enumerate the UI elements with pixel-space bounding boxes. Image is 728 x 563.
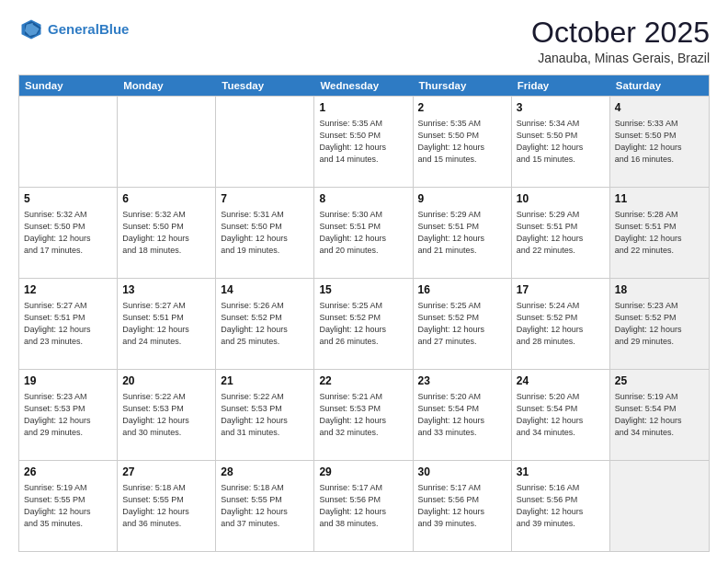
day-cell-16: 16Sunrise: 5:25 AM Sunset: 5:52 PM Dayli… bbox=[414, 279, 512, 369]
calendar-row-1: 5Sunrise: 5:32 AM Sunset: 5:50 PM Daylig… bbox=[19, 187, 709, 278]
day-info-11: Sunrise: 5:28 AM Sunset: 5:51 PM Dayligh… bbox=[615, 209, 704, 257]
day-cell-5: 5Sunrise: 5:32 AM Sunset: 5:50 PM Daylig… bbox=[19, 188, 118, 278]
day-number-16: 16 bbox=[418, 282, 506, 298]
day-info-27: Sunrise: 5:18 AM Sunset: 5:55 PM Dayligh… bbox=[122, 482, 210, 530]
day-number-25: 25 bbox=[615, 373, 704, 389]
day-cell-12: 12Sunrise: 5:27 AM Sunset: 5:51 PM Dayli… bbox=[19, 279, 118, 369]
empty-cell-4-6 bbox=[610, 461, 709, 551]
day-info-5: Sunrise: 5:32 AM Sunset: 5:50 PM Dayligh… bbox=[24, 209, 112, 257]
day-info-15: Sunrise: 5:25 AM Sunset: 5:52 PM Dayligh… bbox=[319, 300, 407, 348]
day-info-10: Sunrise: 5:29 AM Sunset: 5:51 PM Dayligh… bbox=[517, 209, 605, 257]
day-cell-1: 1Sunrise: 5:35 AM Sunset: 5:50 PM Daylig… bbox=[314, 97, 413, 187]
empty-cell-0-1 bbox=[118, 97, 216, 187]
day-info-23: Sunrise: 5:20 AM Sunset: 5:54 PM Dayligh… bbox=[418, 391, 506, 439]
day-number-20: 20 bbox=[122, 373, 210, 389]
day-info-18: Sunrise: 5:23 AM Sunset: 5:52 PM Dayligh… bbox=[615, 300, 704, 348]
day-number-29: 29 bbox=[319, 465, 407, 480]
day-number-5: 5 bbox=[24, 191, 112, 207]
day-cell-7: 7Sunrise: 5:31 AM Sunset: 5:50 PM Daylig… bbox=[216, 188, 314, 278]
month-title: October 2025 bbox=[531, 17, 710, 49]
day-info-13: Sunrise: 5:27 AM Sunset: 5:51 PM Dayligh… bbox=[122, 300, 210, 348]
day-number-30: 30 bbox=[418, 465, 506, 480]
day-info-6: Sunrise: 5:32 AM Sunset: 5:50 PM Dayligh… bbox=[122, 209, 210, 257]
day-info-30: Sunrise: 5:17 AM Sunset: 5:56 PM Dayligh… bbox=[418, 482, 506, 530]
day-number-19: 19 bbox=[24, 373, 112, 389]
day-info-28: Sunrise: 5:18 AM Sunset: 5:55 PM Dayligh… bbox=[221, 482, 309, 530]
day-number-18: 18 bbox=[615, 282, 704, 298]
day-number-11: 11 bbox=[615, 191, 704, 207]
day-cell-21: 21Sunrise: 5:22 AM Sunset: 5:53 PM Dayli… bbox=[216, 370, 314, 460]
day-cell-15: 15Sunrise: 5:25 AM Sunset: 5:52 PM Dayli… bbox=[314, 279, 413, 369]
day-number-10: 10 bbox=[517, 191, 605, 207]
calendar-header: SundayMondayTuesdayWednesdayThursdayFrid… bbox=[19, 75, 709, 96]
day-number-27: 27 bbox=[122, 465, 210, 480]
header: GeneralBlue October 2025 Janauba, Minas … bbox=[18, 17, 710, 65]
day-number-24: 24 bbox=[517, 373, 605, 389]
calendar-row-3: 19Sunrise: 5:23 AM Sunset: 5:53 PM Dayli… bbox=[19, 369, 709, 460]
day-cell-10: 10Sunrise: 5:29 AM Sunset: 5:51 PM Dayli… bbox=[512, 188, 610, 278]
weekday-header-tuesday: Tuesday bbox=[216, 75, 314, 96]
day-info-8: Sunrise: 5:30 AM Sunset: 5:51 PM Dayligh… bbox=[319, 209, 407, 257]
page: GeneralBlue October 2025 Janauba, Minas … bbox=[0, 0, 728, 563]
day-number-23: 23 bbox=[418, 373, 506, 389]
calendar-row-4: 26Sunrise: 5:19 AM Sunset: 5:55 PM Dayli… bbox=[19, 460, 709, 551]
day-number-17: 17 bbox=[517, 282, 605, 298]
weekday-header-sunday: Sunday bbox=[19, 75, 118, 96]
empty-cell-0-0 bbox=[19, 97, 118, 187]
day-info-19: Sunrise: 5:23 AM Sunset: 5:53 PM Dayligh… bbox=[24, 391, 112, 439]
day-number-26: 26 bbox=[24, 465, 112, 480]
day-info-17: Sunrise: 5:24 AM Sunset: 5:52 PM Dayligh… bbox=[517, 300, 605, 348]
day-info-7: Sunrise: 5:31 AM Sunset: 5:50 PM Dayligh… bbox=[221, 209, 309, 257]
day-number-12: 12 bbox=[24, 282, 112, 298]
day-cell-6: 6Sunrise: 5:32 AM Sunset: 5:50 PM Daylig… bbox=[118, 188, 216, 278]
day-info-4: Sunrise: 5:33 AM Sunset: 5:50 PM Dayligh… bbox=[615, 118, 704, 166]
calendar-body: 1Sunrise: 5:35 AM Sunset: 5:50 PM Daylig… bbox=[19, 96, 709, 551]
day-info-3: Sunrise: 5:34 AM Sunset: 5:50 PM Dayligh… bbox=[517, 118, 605, 166]
day-cell-22: 22Sunrise: 5:21 AM Sunset: 5:53 PM Dayli… bbox=[314, 370, 413, 460]
day-info-21: Sunrise: 5:22 AM Sunset: 5:53 PM Dayligh… bbox=[221, 391, 309, 439]
day-info-9: Sunrise: 5:29 AM Sunset: 5:51 PM Dayligh… bbox=[418, 209, 506, 257]
day-number-2: 2 bbox=[418, 100, 506, 116]
day-cell-31: 31Sunrise: 5:16 AM Sunset: 5:56 PM Dayli… bbox=[512, 461, 610, 551]
day-cell-25: 25Sunrise: 5:19 AM Sunset: 5:54 PM Dayli… bbox=[610, 370, 709, 460]
day-number-7: 7 bbox=[221, 191, 309, 207]
calendar-row-2: 12Sunrise: 5:27 AM Sunset: 5:51 PM Dayli… bbox=[19, 278, 709, 369]
day-cell-27: 27Sunrise: 5:18 AM Sunset: 5:55 PM Dayli… bbox=[118, 461, 216, 551]
day-info-20: Sunrise: 5:22 AM Sunset: 5:53 PM Dayligh… bbox=[122, 391, 210, 439]
day-info-14: Sunrise: 5:26 AM Sunset: 5:52 PM Dayligh… bbox=[221, 300, 309, 348]
day-info-16: Sunrise: 5:25 AM Sunset: 5:52 PM Dayligh… bbox=[418, 300, 506, 348]
logo-text: GeneralBlue bbox=[48, 21, 129, 37]
day-cell-28: 28Sunrise: 5:18 AM Sunset: 5:55 PM Dayli… bbox=[216, 461, 314, 551]
day-number-9: 9 bbox=[418, 191, 506, 207]
day-number-28: 28 bbox=[221, 465, 309, 480]
day-cell-17: 17Sunrise: 5:24 AM Sunset: 5:52 PM Dayli… bbox=[512, 279, 610, 369]
logo: GeneralBlue bbox=[18, 17, 129, 42]
day-info-2: Sunrise: 5:35 AM Sunset: 5:50 PM Dayligh… bbox=[418, 118, 506, 166]
location: Janauba, Minas Gerais, Brazil bbox=[531, 51, 710, 65]
calendar-row-0: 1Sunrise: 5:35 AM Sunset: 5:50 PM Daylig… bbox=[19, 96, 709, 187]
day-number-31: 31 bbox=[517, 465, 605, 480]
day-info-12: Sunrise: 5:27 AM Sunset: 5:51 PM Dayligh… bbox=[24, 300, 112, 348]
day-info-24: Sunrise: 5:20 AM Sunset: 5:54 PM Dayligh… bbox=[517, 391, 605, 439]
logo-line1: General bbox=[48, 21, 99, 37]
title-block: October 2025 Janauba, Minas Gerais, Braz… bbox=[531, 17, 710, 65]
day-info-1: Sunrise: 5:35 AM Sunset: 5:50 PM Dayligh… bbox=[319, 118, 407, 166]
weekday-header-monday: Monday bbox=[118, 75, 216, 96]
day-number-14: 14 bbox=[221, 282, 309, 298]
day-cell-19: 19Sunrise: 5:23 AM Sunset: 5:53 PM Dayli… bbox=[19, 370, 118, 460]
day-cell-2: 2Sunrise: 5:35 AM Sunset: 5:50 PM Daylig… bbox=[414, 97, 512, 187]
weekday-header-wednesday: Wednesday bbox=[314, 75, 413, 96]
day-cell-13: 13Sunrise: 5:27 AM Sunset: 5:51 PM Dayli… bbox=[118, 279, 216, 369]
day-number-13: 13 bbox=[122, 282, 210, 298]
logo-line2: Blue bbox=[99, 21, 130, 37]
day-info-22: Sunrise: 5:21 AM Sunset: 5:53 PM Dayligh… bbox=[319, 391, 407, 439]
day-number-15: 15 bbox=[319, 282, 407, 298]
day-info-26: Sunrise: 5:19 AM Sunset: 5:55 PM Dayligh… bbox=[24, 482, 112, 530]
weekday-header-saturday: Saturday bbox=[610, 75, 709, 96]
day-number-3: 3 bbox=[517, 100, 605, 116]
day-cell-4: 4Sunrise: 5:33 AM Sunset: 5:50 PM Daylig… bbox=[610, 97, 709, 187]
calendar: SundayMondayTuesdayWednesdayThursdayFrid… bbox=[18, 75, 710, 552]
day-cell-8: 8Sunrise: 5:30 AM Sunset: 5:51 PM Daylig… bbox=[314, 188, 413, 278]
day-cell-11: 11Sunrise: 5:28 AM Sunset: 5:51 PM Dayli… bbox=[610, 188, 709, 278]
day-info-25: Sunrise: 5:19 AM Sunset: 5:54 PM Dayligh… bbox=[615, 391, 704, 439]
